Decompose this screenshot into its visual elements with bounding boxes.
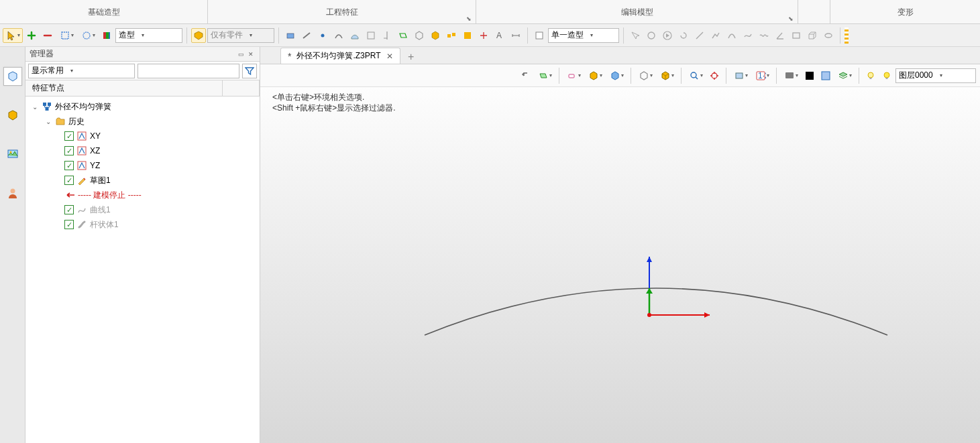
light-bulb-button[interactable] (863, 68, 878, 83)
filter-edge-button[interactable] (299, 28, 314, 43)
ribbon-cat-edit[interactable]: 编辑模型 ⬊ (476, 0, 798, 24)
tree-body-node[interactable]: ✓ 杆状体1 (25, 217, 260, 232)
tree-header-col[interactable]: 特征节点 (30, 80, 223, 96)
document-tab[interactable]: * 外径不均匀弹簧.Z3PRT ✕ (280, 48, 400, 64)
tree-history-node[interactable]: ⌄ 历史 (25, 114, 260, 129)
ribbon-cat-extra[interactable] (798, 0, 830, 24)
filter-button[interactable] (242, 64, 257, 78)
toolbar-overflow-grip[interactable] (845, 27, 849, 44)
filter-asm-button[interactable] (444, 28, 459, 43)
filter-text-button[interactable]: A (492, 28, 507, 43)
collapse-icon[interactable]: ⌄ (31, 103, 39, 111)
ribbon-cat-deform[interactable]: 变形 (830, 0, 980, 24)
cursor-select-button[interactable] (3, 28, 23, 43)
tree-search-input[interactable] (138, 64, 239, 78)
shaded-gold-button[interactable] (585, 68, 605, 83)
shaded-blue-button[interactable] (606, 68, 627, 83)
angle-tool-button[interactable] (773, 28, 787, 43)
filter-vertex-button[interactable] (315, 28, 330, 43)
svg-text:1·2: 1·2 (758, 71, 766, 80)
color-blue-swatch[interactable] (818, 68, 833, 83)
filter-face-button[interactable] (283, 28, 298, 43)
scope-combo[interactable]: 仅有零件▾ (207, 28, 274, 43)
light-on-button[interactable] (879, 68, 894, 83)
lasso-select-button[interactable] (78, 28, 98, 43)
tree-curve-node[interactable]: ✓ 曲线1 (25, 202, 260, 217)
render-mode-button[interactable] (781, 68, 801, 83)
expand-icon[interactable]: ⬊ (788, 15, 794, 22)
color-select-button[interactable] (99, 28, 114, 43)
filter-surface-button[interactable] (347, 28, 362, 43)
panel-float-icon[interactable]: ▭ (236, 51, 246, 58)
collapse-icon[interactable]: ⌄ (44, 118, 52, 125)
remove-selection-button[interactable] (40, 28, 55, 43)
filter-body-button[interactable] (412, 28, 427, 43)
view-orient-button[interactable]: 1·2 (752, 68, 772, 83)
wireframe-button[interactable] (635, 68, 655, 83)
arc-tool-button[interactable] (724, 28, 739, 43)
filter-curve-button[interactable] (331, 28, 346, 43)
selection-mode-combo[interactable]: 造型▾ (115, 28, 182, 43)
close-icon[interactable]: ✕ (386, 52, 393, 61)
build-mode-button[interactable] (532, 28, 547, 43)
target-button[interactable] (707, 68, 722, 83)
visibility-checkbox[interactable]: ✓ (64, 146, 74, 155)
ribbon-cat-engineering[interactable]: 工程特征 ⬊ (208, 0, 476, 24)
rotate-button[interactable] (676, 28, 691, 43)
tree-plane-yz-node[interactable]: ✓ YZ (25, 158, 260, 173)
play-button[interactable] (660, 28, 675, 43)
rect-tool-button[interactable] (789, 28, 804, 43)
layers-vis-button[interactable] (834, 68, 855, 83)
polyline-tool-button[interactable] (708, 28, 723, 43)
layer-combo[interactable]: 图层0000▾ (895, 68, 976, 83)
tab-label: 外径不均匀弹簧.Z3PRT (296, 50, 380, 62)
scope-button[interactable] (191, 28, 206, 43)
show-mode-combo[interactable]: 显示常用▾ (28, 64, 135, 78)
tree-sketch-node[interactable]: ✓ 草图1 (25, 173, 260, 188)
visibility-checkbox[interactable]: ✓ (64, 161, 74, 170)
measure-button[interactable] (644, 28, 659, 43)
filter-plane-button[interactable] (396, 28, 411, 43)
nav-user-button[interactable] (3, 184, 22, 202)
build-combo[interactable]: 单一造型▾ (548, 28, 619, 43)
hidden-line-button[interactable] (657, 68, 677, 83)
zoom-button[interactable] (686, 68, 706, 83)
visibility-checkbox[interactable]: ✓ (64, 205, 74, 214)
nav-model-tree-button[interactable] (3, 67, 22, 86)
undo-view-button[interactable] (519, 68, 533, 83)
filter-part-button[interactable] (428, 28, 443, 43)
visibility-checkbox[interactable]: ✓ (64, 220, 74, 229)
filter-datum-button[interactable] (476, 28, 491, 43)
filter-feature-button[interactable] (460, 28, 475, 43)
box-select-button[interactable] (56, 28, 76, 43)
pick-point-button[interactable] (628, 28, 643, 43)
panel-close-icon[interactable]: ✕ (246, 51, 256, 58)
nav-part-button[interactable] (3, 106, 22, 125)
add-selection-button[interactable] (24, 28, 39, 43)
tree-plane-xz-node[interactable]: ✓ XZ (25, 143, 260, 158)
viewport-3d[interactable]: <单击右键>环境相关选项. <Shift +鼠标右键>显示选择过滤器. (260, 87, 980, 443)
new-tab-button[interactable]: + (404, 50, 418, 64)
filter-axis-button[interactable] (380, 28, 394, 43)
grid-button[interactable] (730, 68, 751, 83)
ellipse-tool-button[interactable] (821, 28, 836, 43)
feature-tree[interactable]: ⌄ 外径不均匀弹簧 ⌄ 历史 ✓ XY ✓ XZ ✓ (25, 97, 260, 443)
filter-dim-button[interactable] (508, 28, 523, 43)
spline-tool-button[interactable] (741, 28, 755, 43)
filter-sketch-button[interactable] (364, 28, 378, 43)
visibility-checkbox[interactable]: ✓ (64, 176, 74, 185)
color-black-swatch[interactable] (802, 68, 817, 83)
ribbon-cat-basic[interactable]: 基础造型 (0, 0, 208, 24)
planes-vis-button[interactable] (535, 68, 555, 83)
tree-root-node[interactable]: ⌄ 外径不均匀弹簧 (25, 99, 260, 114)
wave-tool-button[interactable] (757, 28, 771, 43)
separator (859, 68, 859, 84)
nav-image-button[interactable] (3, 145, 22, 164)
eraser-button[interactable] (563, 68, 584, 83)
tree-stop-marker[interactable]: ----- 建模停止 ----- (25, 188, 260, 202)
box-tool-button[interactable] (805, 28, 820, 43)
visibility-checkbox[interactable]: ✓ (64, 131, 74, 141)
expand-icon[interactable]: ⬊ (466, 15, 472, 22)
line-tool-button[interactable] (692, 28, 707, 43)
tree-plane-xy-node[interactable]: ✓ XY (25, 129, 260, 143)
